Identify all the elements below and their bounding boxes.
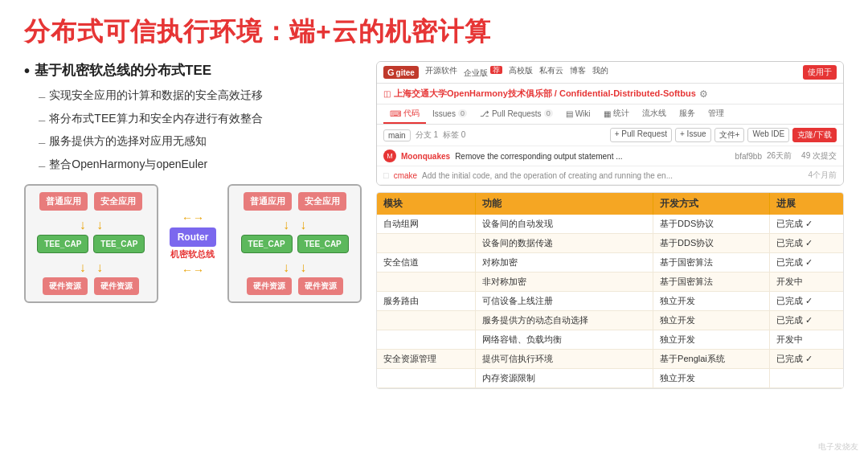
table-cell-3-2: 基于国密算法 bbox=[653, 273, 770, 292]
table-cell-7-0: 安全资源管理 bbox=[377, 350, 475, 369]
table-row: 安全资源管理提供可信执行环境基于Penglai系统已完成 ✓ bbox=[377, 350, 843, 369]
table-cell-2-3: 已完成 ✓ bbox=[770, 253, 843, 273]
gitee-commit-row: M Moonquakes Remove the corresponding ou… bbox=[377, 146, 843, 166]
table-cell-7-2: 基于Penglai系统 bbox=[653, 350, 770, 369]
table-cell-1-1: 设备间的数据传递 bbox=[475, 234, 653, 253]
tab-code-icon: ⌨ bbox=[390, 109, 401, 118]
table-row: 服务提供方的动态自动选择独立开发已完成 ✓ bbox=[377, 311, 843, 330]
nav-university[interactable]: 高校版 bbox=[509, 65, 533, 79]
tab-issues[interactable]: Issues 0 bbox=[426, 105, 473, 124]
tab-service[interactable]: 服务 bbox=[673, 105, 702, 124]
file-description: Add the initial code, and the operation … bbox=[422, 171, 803, 180]
dash-icon-1: – bbox=[39, 88, 45, 106]
dash-icon-2: – bbox=[39, 111, 45, 129]
nav-mine[interactable]: 我的 bbox=[592, 65, 608, 79]
nav-blog[interactable]: 博客 bbox=[570, 65, 586, 79]
progress-table: 模块 功能 开发方式 进展 自动组网设备间的自动发现基于DDS协议已完成 ✓设备… bbox=[376, 192, 844, 389]
hw-row-left: 硬件资源 硬件资源 bbox=[34, 277, 149, 295]
nav-private[interactable]: 私有云 bbox=[539, 65, 563, 79]
web-ide-btn[interactable]: Web IDE bbox=[747, 128, 789, 142]
hw-box-right-2: 硬件资源 bbox=[298, 277, 343, 295]
table-row: 设备间的数据传递基于DDS协议已完成 ✓ bbox=[377, 234, 843, 253]
arrow-right-router: ←→ bbox=[182, 264, 204, 277]
table-cell-1-0 bbox=[377, 234, 475, 253]
sub-bullets-list: – 实现安全应用的计算和数据的安全高效迁移 – 将分布式TEE算力和安全内存进行… bbox=[39, 87, 362, 174]
arrow-down-left: ↓ ↓ bbox=[34, 219, 149, 232]
repo-settings-icon: ⚙ bbox=[699, 88, 708, 100]
tab-pipeline[interactable]: 流水线 bbox=[636, 105, 673, 124]
table-row: 自动组网设备间的自动发现基于DDS协议已完成 ✓ bbox=[377, 215, 843, 234]
file-name[interactable]: cmake bbox=[394, 171, 417, 180]
gitee-logo-g: G bbox=[387, 68, 395, 77]
slide-title: 分布式可信执行环境：端+云的机密计算 bbox=[24, 14, 844, 50]
dash-icon-4: – bbox=[39, 157, 45, 175]
tab-manage[interactable]: 管理 bbox=[702, 105, 731, 124]
clone-download-btn[interactable]: 克隆/下载 bbox=[792, 128, 837, 142]
gitee-tabs: ⌨ 代码 Issues 0 ⎇ Pull Requests 0 ▤ Wiki bbox=[377, 105, 843, 125]
gitee-navbar: G gitee 开源软件 企业版 荐 高校版 私有云 博客 我的 使用于 bbox=[377, 62, 843, 84]
table-cell-5-3: 已完成 ✓ bbox=[770, 311, 843, 330]
commit-avatar: M bbox=[383, 150, 396, 162]
router-box[interactable]: Router bbox=[170, 227, 217, 247]
file-btn[interactable]: 文件+ bbox=[714, 128, 745, 142]
table-cell-0-2: 基于DDS协议 bbox=[653, 215, 770, 234]
gitee-search-btn[interactable]: 使用于 bbox=[803, 65, 837, 80]
hw-box-left-1: 硬件资源 bbox=[43, 277, 88, 295]
table-cell-0-3: 已完成 ✓ bbox=[770, 215, 843, 234]
tee-row-right: TEE_CAP TEE_CAP bbox=[237, 235, 352, 253]
col-dev-method: 开发方式 bbox=[653, 193, 770, 215]
app-box-normal-left: 普通应用 bbox=[39, 192, 88, 211]
table-cell-8-1: 内存资源限制 bbox=[475, 369, 653, 388]
gitee-logo: G gitee bbox=[383, 66, 419, 79]
table-cell-2-0: 安全信道 bbox=[377, 253, 475, 273]
tab-code[interactable]: ⌨ 代码 bbox=[383, 105, 426, 124]
content-row: • 基于机密软总线的分布式TEE – 实现安全应用的计算和数据的安全高效迁移 –… bbox=[24, 61, 844, 389]
col-module: 模块 bbox=[377, 193, 475, 215]
gitee-nav[interactable]: 开源软件 企业版 荐 高校版 私有云 博客 我的 bbox=[425, 65, 608, 79]
commit-count: 49 次提交 bbox=[801, 150, 837, 162]
commit-user: Moonquakes bbox=[401, 152, 450, 161]
nav-open-source[interactable]: 开源软件 bbox=[425, 65, 457, 79]
table-row: 网络容错、负载均衡独立开发开发中 bbox=[377, 330, 843, 350]
table-cell-1-3: 已完成 ✓ bbox=[770, 234, 843, 253]
dash-icon-3: – bbox=[39, 133, 45, 152]
tee-box-right-2: TEE_CAP bbox=[297, 235, 349, 253]
tee-box-left-1: TEE_CAP bbox=[37, 235, 88, 253]
table-cell-3-0 bbox=[377, 273, 475, 292]
file-time: 4个月前 bbox=[808, 170, 837, 181]
repo-icon: ◫ bbox=[383, 89, 391, 98]
folder-icon: □ bbox=[383, 170, 389, 180]
tab-wiki[interactable]: ▤ Wiki bbox=[559, 105, 597, 124]
tab-pr[interactable]: ⎇ Pull Requests 0 bbox=[473, 105, 559, 124]
repo-path[interactable]: 上海交通大学OpenHarmony技术俱乐部 / Confidential-Di… bbox=[394, 88, 696, 100]
table-row: 内存资源限制独立开发 bbox=[377, 369, 843, 388]
table-cell-4-2: 独立开发 bbox=[653, 292, 770, 311]
arrow-down-right: ↓ ↓ bbox=[237, 219, 352, 232]
nav-enterprise[interactable]: 企业版 荐 bbox=[464, 65, 502, 79]
tee-box-right-1: TEE_CAP bbox=[241, 235, 293, 253]
app-box-normal-right: 普通应用 bbox=[244, 192, 292, 211]
tee-box-left-2: TEE_CAP bbox=[93, 235, 145, 253]
table-header-row: 模块 功能 开发方式 进展 bbox=[377, 193, 843, 215]
commit-hash[interactable]: bfaf9bb bbox=[735, 152, 762, 161]
table-cell-5-0 bbox=[377, 311, 475, 330]
pull-request-btn[interactable]: + Pull Request bbox=[610, 128, 672, 142]
table-row: 安全信道对称加密基于国密算法已完成 ✓ bbox=[377, 253, 843, 273]
main-bullet: • 基于机密软总线的分布式TEE bbox=[24, 61, 362, 80]
issue-btn[interactable]: + Issue bbox=[675, 128, 711, 142]
sub-bullet-2: – 将分布式TEE算力和安全内存进行有效整合 bbox=[39, 110, 362, 129]
sub-bullet-1: – 实现安全应用的计算和数据的安全高效迁移 bbox=[39, 87, 362, 106]
table-cell-5-1: 服务提供方的动态自动选择 bbox=[475, 311, 653, 330]
table-cell-6-1: 网络容错、负载均衡 bbox=[475, 330, 653, 350]
action-buttons: + Pull Request + Issue 文件+ Web IDE 克隆/下载 bbox=[610, 128, 837, 142]
gitee-mockup: G gitee 开源软件 企业版 荐 高校版 私有云 博客 我的 使用于 bbox=[376, 61, 844, 186]
arrow-left-router: ←→ bbox=[182, 211, 204, 224]
branch-dropdown[interactable]: main bbox=[383, 129, 411, 141]
tab-stats[interactable]: ▦ 统计 bbox=[597, 105, 636, 124]
sub-bullet-4: – 整合OpenHarmony与openEuler bbox=[39, 156, 362, 175]
stats-icon: ▦ bbox=[604, 109, 611, 118]
gitee-repo-title: ◫ 上海交通大学OpenHarmony技术俱乐部 / Confidential-… bbox=[377, 84, 843, 105]
table-cell-6-3: 开发中 bbox=[770, 330, 843, 350]
app-box-secure-right: 安全应用 bbox=[298, 192, 346, 211]
hw-box-left-2: 硬件资源 bbox=[94, 277, 139, 295]
